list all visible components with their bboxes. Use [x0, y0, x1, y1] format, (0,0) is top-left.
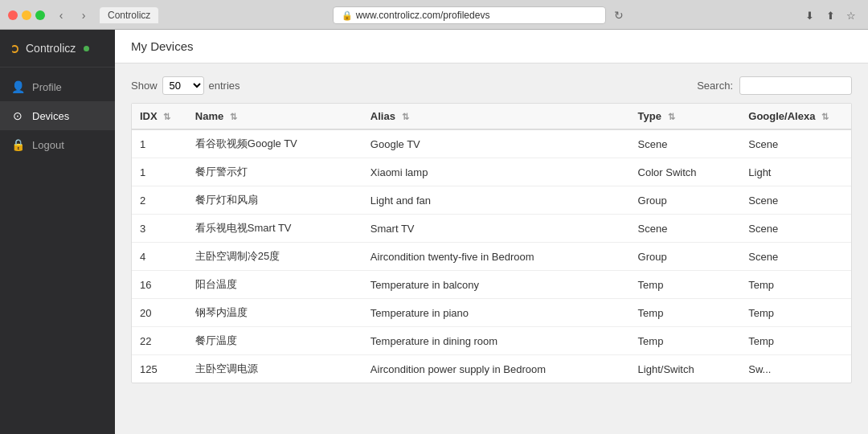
cell-type: Color Switch: [630, 158, 741, 186]
cell-type: Light/Switch: [630, 355, 741, 383]
entries-select[interactable]: 50 10 25 100: [162, 76, 204, 95]
cell-name: 主卧空调电源: [187, 355, 362, 383]
show-label: Show: [131, 80, 158, 92]
bookmark-button[interactable]: ☆: [842, 7, 860, 23]
col-label-type: Type: [638, 110, 661, 122]
cell-name: 钢琴内温度: [187, 299, 362, 327]
table-row: 1 餐厅警示灯 Xiaomi lamp Color Switch Light: [132, 158, 851, 186]
cell-type: Scene: [630, 129, 741, 158]
page: ↄ Controlicz 👤 Profile ⊙ Devices 🔒 Logou…: [0, 30, 868, 434]
brand-name: Controlicz: [26, 42, 76, 55]
cell-name: 阳台温度: [187, 271, 362, 299]
table-row: 20 钢琴内温度 Temperature in piano Temp Temp: [132, 299, 851, 327]
cell-name: 看谷歌视频Google TV: [187, 129, 362, 158]
col-label-google: Google/Alexa: [748, 110, 815, 122]
forward-button[interactable]: ›: [74, 7, 93, 23]
download-button[interactable]: ⬇: [800, 7, 818, 23]
cell-type: Group: [630, 243, 741, 271]
cell-google: Scene: [740, 186, 851, 215]
show-entries-control: Show 50 10 25 100 entries: [131, 76, 240, 95]
nav-buttons: ‹ ›: [51, 7, 93, 23]
share-button[interactable]: ⬆: [821, 7, 839, 23]
minimize-button[interactable]: [22, 10, 31, 20]
lock-icon: 🔒: [342, 10, 353, 21]
sidebar-label-devices: Devices: [32, 110, 69, 122]
sidebar-label-profile: Profile: [32, 81, 62, 93]
logout-icon: 🔒: [11, 138, 24, 151]
reload-button[interactable]: ↻: [611, 7, 627, 23]
cell-alias: Light and fan: [362, 186, 630, 215]
cell-google: Temp: [740, 299, 851, 327]
cell-google: Temp: [740, 271, 851, 299]
cell-idx: 1: [132, 158, 187, 186]
search-input[interactable]: [739, 76, 852, 95]
entries-label: entries: [209, 80, 240, 92]
sort-icon-idx: ⇅: [163, 112, 170, 121]
cell-idx: 16: [132, 271, 187, 299]
col-header-idx[interactable]: IDX ⇅: [132, 104, 187, 129]
sort-icon-name: ⇅: [230, 112, 237, 121]
col-header-google[interactable]: Google/Alexa ⇅: [740, 104, 851, 129]
col-header-type[interactable]: Type ⇅: [630, 104, 741, 129]
sidebar-label-logout: Logout: [32, 139, 64, 151]
cell-name: 主卧空调制冷25度: [187, 243, 362, 271]
col-header-name[interactable]: Name ⇅: [187, 104, 362, 129]
cell-idx: 125: [132, 355, 187, 383]
devices-table-wrapper: IDX ⇅ Name ⇅ Alias ⇅: [131, 103, 852, 383]
cell-type: Temp: [630, 271, 741, 299]
sort-icon-type: ⇅: [668, 112, 675, 121]
cell-idx: 2: [132, 186, 187, 215]
cell-name: 餐厅灯和风扇: [187, 186, 362, 215]
back-button[interactable]: ‹: [51, 7, 71, 23]
sidebar-brand: ↄ Controlicz: [0, 30, 115, 68]
cell-alias: Xiaomi lamp: [362, 158, 630, 186]
cell-name: 看乐视电视Smart TV: [187, 215, 362, 243]
table-row: 125 主卧空调电源 Aircondition power supply in …: [132, 355, 851, 383]
table-row: 3 看乐视电视Smart TV Smart TV Scene Scene: [132, 215, 851, 243]
cell-google: Temp: [740, 327, 851, 355]
browser-tab[interactable]: Controlicz: [100, 7, 158, 23]
cell-google: Sw...: [740, 355, 851, 383]
sidebar-item-logout[interactable]: 🔒 Logout: [0, 130, 115, 159]
devices-table: IDX ⇅ Name ⇅ Alias ⇅: [132, 104, 851, 383]
col-label-idx: IDX: [140, 110, 158, 122]
cell-alias: Temperature in dining room: [362, 327, 630, 355]
cell-idx: 3: [132, 215, 187, 243]
cell-name: 餐厅温度: [187, 327, 362, 355]
cell-idx: 20: [132, 299, 187, 327]
search-box: Search:: [697, 76, 852, 95]
sort-icon-google: ⇅: [821, 112, 829, 121]
close-button[interactable]: [8, 10, 18, 20]
col-label-name: Name: [195, 110, 223, 122]
table-row: 16 阳台温度 Temperature in balcony Temp Temp: [132, 271, 851, 299]
cell-google: Light: [740, 158, 851, 186]
cell-alias: Aircondition power supply in Bedroom: [362, 355, 630, 383]
sidebar-item-profile[interactable]: 👤 Profile: [0, 72, 115, 101]
traffic-lights: [8, 10, 45, 20]
page-title: My Devices: [115, 30, 868, 63]
cell-type: Scene: [630, 215, 741, 243]
address-bar[interactable]: 🔒 www.controlicz.com/profiledevs: [333, 6, 606, 24]
col-header-alias[interactable]: Alias ⇅: [362, 104, 630, 129]
brand-status-dot: [84, 46, 89, 51]
brand-icon: ↄ: [11, 39, 19, 57]
fullscreen-button[interactable]: [35, 10, 45, 20]
cell-google: Scene: [740, 215, 851, 243]
devices-icon: ⊙: [11, 109, 24, 122]
sidebar: ↄ Controlicz 👤 Profile ⊙ Devices 🔒 Logou…: [0, 30, 115, 434]
table-body: 1 看谷歌视频Google TV Google TV Scene Scene 1…: [132, 129, 851, 383]
table-controls: Show 50 10 25 100 entries Search:: [131, 76, 852, 95]
cell-idx: 22: [132, 327, 187, 355]
cell-type: Temp: [630, 299, 741, 327]
table-header-row: IDX ⇅ Name ⇅ Alias ⇅: [132, 104, 851, 129]
cell-alias: Aircondition twenty-five in Bedroom: [362, 243, 630, 271]
cell-name: 餐厅警示灯: [187, 158, 362, 186]
sidebar-item-devices[interactable]: ⊙ Devices: [0, 101, 115, 130]
search-label: Search:: [697, 80, 733, 92]
cell-type: Group: [630, 186, 741, 215]
cell-type: Temp: [630, 327, 741, 355]
cell-google: Scene: [740, 129, 851, 158]
table-row: 22 餐厅温度 Temperature in dining room Temp …: [132, 327, 851, 355]
cell-alias: Smart TV: [362, 215, 630, 243]
main-content: My Devices Show 50 10 25 100 entries Sea…: [115, 30, 868, 434]
